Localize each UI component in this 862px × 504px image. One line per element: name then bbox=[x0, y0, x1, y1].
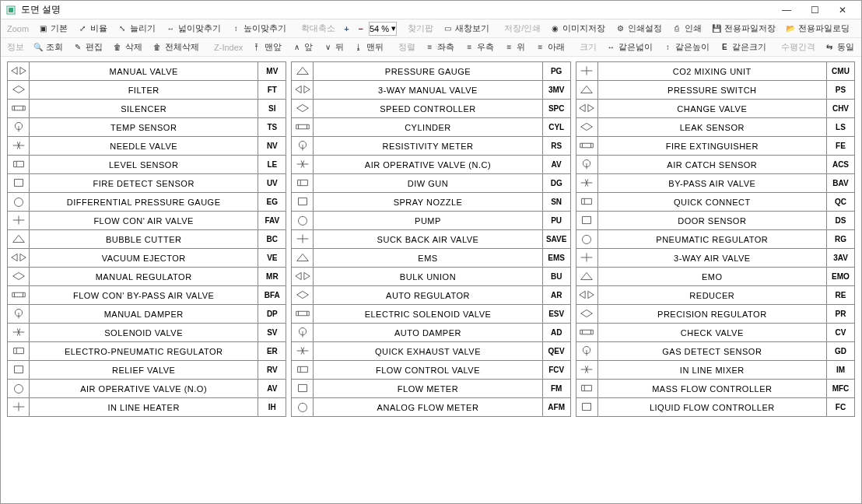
zoom-in-button[interactable]: + bbox=[340, 23, 352, 35]
legend-name: GAS DETECT SENSOR bbox=[597, 342, 826, 361]
legend-symbol bbox=[292, 342, 314, 361]
print-button[interactable]: ⎙인쇄 bbox=[668, 21, 706, 36]
maximize-button[interactable]: ☐ bbox=[801, 2, 829, 19]
legend-name: BY-PASS AIR VALVE bbox=[597, 174, 826, 193]
new-window-button[interactable]: ▭새창보기 bbox=[438, 21, 493, 36]
send-back-button[interactable]: ⭳맨뒤 bbox=[349, 40, 387, 54]
save-file-button[interactable]: 💾전용파일저장 bbox=[707, 21, 780, 36]
search-icon: 🔍 bbox=[33, 42, 44, 53]
zoom-out-button[interactable]: − bbox=[355, 23, 367, 35]
legend-abbr: LS bbox=[826, 118, 854, 137]
legend-symbol bbox=[576, 137, 597, 156]
legend-symbol bbox=[576, 249, 597, 268]
legend-abbr: CHV bbox=[826, 100, 854, 118]
legend-row: QUICK EXHAUST VALVEQEV bbox=[292, 342, 570, 361]
same-height-button[interactable]: ↕같은높이 bbox=[658, 40, 713, 54]
ratio-icon: ⤢ bbox=[77, 23, 88, 34]
legend-abbr: MR bbox=[258, 268, 286, 286]
legend-abbr: FT bbox=[258, 81, 286, 100]
bring-forward-button[interactable]: ∧앞 bbox=[287, 40, 317, 54]
legend-row: SOLENOID VALVESV bbox=[8, 324, 286, 342]
zoom-basic-button[interactable]: ▣기본 bbox=[33, 21, 72, 36]
legend-row: CYLINDERCYL bbox=[292, 118, 570, 137]
align-bottom-button[interactable]: ≡아래 bbox=[531, 40, 569, 54]
close-button[interactable]: ✕ bbox=[829, 2, 857, 19]
edit-button[interactable]: ✎편집 bbox=[68, 40, 107, 54]
legend-name: VACUUM EJECTOR bbox=[30, 249, 258, 268]
legend-name: EMS bbox=[314, 249, 542, 268]
same-size-button[interactable]: E같은크기 bbox=[715, 40, 770, 54]
legend-abbr: BC bbox=[258, 230, 286, 249]
legend-symbol bbox=[8, 230, 30, 249]
trash-all-icon: 🗑 bbox=[152, 42, 163, 53]
legend-name: LIQUID FLOW CONTROLLER bbox=[597, 398, 826, 417]
group-label-find: 찾기팝 bbox=[405, 23, 436, 34]
legend-symbol bbox=[8, 324, 30, 342]
legend-symbol bbox=[8, 174, 30, 193]
load-file-button[interactable]: 📂전용파일로딩 bbox=[781, 21, 853, 36]
legend-symbol bbox=[292, 268, 314, 286]
legend-name: PRESSURE SWITCH bbox=[597, 81, 826, 100]
legend-name: BUBBLE CUTTER bbox=[30, 230, 258, 249]
legend-symbol bbox=[8, 100, 30, 118]
print-settings-button[interactable]: ⚙인쇄설정 bbox=[611, 21, 666, 36]
legend-abbr: SAVE bbox=[542, 230, 570, 249]
legend-symbol bbox=[576, 230, 597, 249]
align-left-button[interactable]: ≡좌측 bbox=[420, 40, 458, 54]
delete-all-button[interactable]: 🗑전체삭제 bbox=[148, 40, 203, 54]
legend-symbol bbox=[8, 212, 30, 230]
legend-row: DOOR SENSORDS bbox=[576, 212, 854, 230]
legend-name: DIW GUN bbox=[314, 174, 542, 193]
hgap-same-button[interactable]: ⇆동일 bbox=[820, 40, 858, 54]
zoom-enlarge-button[interactable]: ⤡늘리기 bbox=[113, 21, 159, 36]
find-button[interactable]: 🔍조회 bbox=[29, 40, 67, 54]
zoom-select[interactable]: 54 % ▾ bbox=[369, 22, 397, 36]
legend-name: EMO bbox=[597, 268, 826, 286]
legend-column-1: MANUAL VALVEMVFILTERFTSILENCERSITEMP SEN… bbox=[7, 61, 286, 417]
down-icon: ∨ bbox=[322, 42, 333, 53]
save-image-button[interactable]: ◉이미지저장 bbox=[545, 21, 609, 36]
delete-button[interactable]: 🗑삭제 bbox=[108, 40, 146, 54]
legend-row: REDUCERRE bbox=[576, 286, 854, 305]
toolbar-zoom: Zoom ▣기본 ⤢비율 ⤡늘리기 ↔넓이맞추기 ↕높이맞추기 확대축소 + −… bbox=[1, 19, 861, 38]
legend-table: MANUAL VALVEMVFILTERFTSILENCERSITEMP SEN… bbox=[7, 61, 855, 417]
legend-symbol bbox=[8, 118, 30, 137]
legend-abbr: RV bbox=[258, 361, 286, 380]
legend-row: PRECISION REGULATORPR bbox=[576, 305, 854, 324]
legend-symbol bbox=[576, 305, 597, 324]
legend-abbr: TS bbox=[258, 118, 286, 137]
legend-abbr: ER bbox=[258, 342, 286, 361]
fit-height-button[interactable]: ↕높이맞추기 bbox=[226, 21, 290, 36]
legend-symbol bbox=[8, 342, 30, 361]
app-icon bbox=[5, 5, 16, 16]
legend-abbr: AFM bbox=[542, 398, 570, 417]
legend-row: ELECTRO-PNEUMATIC REGULATORER bbox=[8, 342, 286, 361]
align-right-button[interactable]: ≡우측 bbox=[460, 40, 498, 54]
zoom-ratio-button[interactable]: ⤢비율 bbox=[73, 21, 111, 36]
legend-name: PRECISION REGULATOR bbox=[597, 305, 826, 324]
legend-name: LEVEL SENSOR bbox=[30, 156, 258, 174]
send-backward-button[interactable]: ∨뒤 bbox=[318, 40, 348, 54]
minimize-button[interactable]: — bbox=[773, 2, 801, 19]
legend-name: TEMP SENSOR bbox=[30, 118, 258, 137]
open-icon: 📂 bbox=[785, 23, 796, 34]
legend-row: LEVEL SENSORLE bbox=[8, 156, 286, 174]
legend-symbol bbox=[8, 398, 30, 417]
legend-name: ELECTRIC SOLENOID VALVE bbox=[314, 305, 542, 324]
legend-name: FLOW CON' BY-PASS AIR VALVE bbox=[30, 286, 258, 305]
legend-abbr: BAV bbox=[826, 174, 854, 193]
legend-abbr: SPC bbox=[542, 100, 570, 118]
bring-front-button[interactable]: ⭱맨앞 bbox=[247, 40, 286, 54]
fit-width-button[interactable]: ↔넓이맞추기 bbox=[161, 21, 225, 36]
legend-name: PUMP bbox=[314, 212, 542, 230]
canvas-area[interactable]: MANUAL VALVEMVFILTERFTSILENCERSITEMP SEN… bbox=[1, 57, 861, 503]
save-icon: 💾 bbox=[711, 23, 722, 34]
legend-row: 3-WAY MANUAL VALVE3MV bbox=[292, 81, 570, 100]
window-icon: ▭ bbox=[442, 23, 453, 34]
align-top-button[interactable]: ≡위 bbox=[499, 40, 529, 54]
legend-symbol bbox=[292, 305, 314, 324]
legend-row: ELECTRIC SOLENOID VALVEESV bbox=[292, 305, 570, 324]
legend-row: DIW GUNDG bbox=[292, 174, 570, 193]
legend-symbol bbox=[576, 212, 597, 230]
same-width-button[interactable]: ↔같은넓이 bbox=[601, 40, 657, 54]
